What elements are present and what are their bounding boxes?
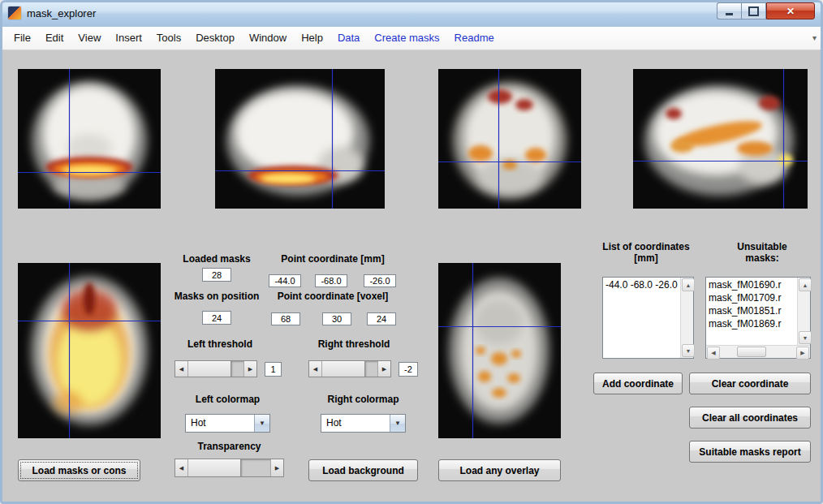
brain-view-axial-middle[interactable] [438, 263, 561, 438]
point-mm-z-field[interactable] [364, 274, 396, 287]
scroll-thumb[interactable] [737, 347, 766, 357]
menu-data[interactable]: Data [330, 27, 367, 50]
scroll-right-icon[interactable]: ▶ [796, 347, 809, 360]
list-item[interactable]: mask_fM01709.r [709, 291, 795, 304]
window-title: mask_explorer [27, 7, 96, 19]
right-threshold-field[interactable] [399, 362, 418, 377]
brain-view-coronal-right[interactable] [438, 69, 581, 209]
clear-all-coordinates-button[interactable]: Clear all coordinates [689, 407, 811, 429]
minimize-button[interactable] [717, 2, 741, 19]
slider-thumb[interactable] [322, 361, 365, 377]
right-colormap-select[interactable]: Hot ▼ [321, 414, 406, 433]
point-voxel-y-field[interactable] [322, 312, 351, 325]
left-colormap-select[interactable]: Hot ▼ [185, 414, 270, 433]
menu-create-masks[interactable]: Create masks [367, 27, 446, 50]
point-voxel-x-field[interactable] [271, 312, 300, 325]
coordinates-list-label-line2: [mm] [634, 252, 657, 264]
chevron-down-icon[interactable]: ▼ [390, 415, 405, 432]
unsuitable-masks-label-line1: Unsuitable [737, 241, 786, 252]
coordinates-list-items: -44.0 -68.0 -26.0 [603, 278, 680, 358]
slider-left-arrow-icon[interactable]: ◀ [175, 361, 188, 377]
point-mm-y-field[interactable] [315, 274, 347, 287]
menu-window[interactable]: Window [242, 27, 294, 50]
titlebar[interactable]: mask_explorer ✕ [0, 0, 823, 28]
menubar-overflow-icon[interactable]: ▾ [812, 33, 817, 42]
load-masks-button[interactable]: Load masks or cons [18, 459, 140, 481]
add-coordinate-button[interactable]: Add coordinate [593, 373, 683, 394]
slider-track[interactable] [365, 361, 377, 377]
menu-desktop[interactable]: Desktop [188, 27, 242, 50]
slider-right-arrow-icon[interactable]: ▶ [377, 361, 390, 377]
slider-right-arrow-icon[interactable]: ▶ [270, 459, 283, 476]
horizontal-scrollbar[interactable]: ◀ ▶ [706, 345, 810, 358]
left-threshold-field[interactable] [265, 362, 282, 377]
scroll-up-icon[interactable]: ▲ [799, 278, 812, 291]
list-item[interactable]: mask_fM01851.r [709, 304, 795, 317]
menu-view[interactable]: View [71, 27, 108, 50]
menu-file[interactable]: File [6, 27, 38, 50]
slider-right-arrow-icon[interactable]: ▶ [243, 361, 256, 377]
unsuitable-masks-label: Unsuitable masks: [714, 241, 810, 264]
slider-left-arrow-icon[interactable]: ◀ [309, 361, 322, 377]
scroll-track[interactable] [766, 346, 796, 358]
menu-insert[interactable]: Insert [108, 27, 149, 50]
point-voxel-z-field[interactable] [367, 312, 396, 325]
list-item[interactable]: mask_fM01690.r [709, 278, 795, 291]
scroll-left-icon[interactable]: ◀ [707, 347, 720, 360]
right-threshold-slider[interactable]: ◀ ▶ [308, 360, 391, 377]
transparency-label: Transparency [175, 441, 284, 452]
menubar: File Edit View Insert Tools Desktop Wind… [0, 27, 823, 50]
minimize-icon [726, 13, 733, 15]
transparency-slider[interactable]: ◀ ▶ [175, 459, 284, 477]
scroll-track[interactable] [721, 346, 737, 358]
left-threshold-label: Left threshold [175, 338, 265, 350]
list-item[interactable]: -44.0 -68.0 -26.0 [605, 278, 678, 291]
clear-coordinate-button[interactable]: Clear coordinate [689, 373, 811, 394]
scroll-down-icon[interactable]: ▼ [682, 344, 695, 357]
loaded-masks-label: Loaded masks [168, 253, 265, 265]
point-voxel-label: Point coordinate [voxel] [268, 291, 398, 302]
unsuitable-masks-label-line2: masks: [745, 252, 778, 264]
brain-view-sagittal-right[interactable] [633, 69, 808, 209]
slider-left-arrow-icon[interactable]: ◀ [175, 459, 188, 476]
scroll-down-icon[interactable]: ▼ [799, 331, 812, 344]
coordinates-list-label: List of coordinates [mm] [596, 241, 696, 264]
masks-on-position-field[interactable] [202, 311, 231, 325]
slider-thumb[interactable] [188, 361, 231, 377]
vertical-scrollbar[interactable]: ▲ ▼ [680, 278, 693, 358]
point-mm-x-field[interactable] [269, 274, 301, 287]
coordinates-listbox[interactable]: -44.0 -68.0 -26.0 ▲ ▼ [602, 277, 694, 359]
point-mm-label: Point coordinate [mm] [268, 253, 398, 265]
scroll-up-icon[interactable]: ▲ [682, 278, 695, 291]
maximize-button[interactable] [741, 2, 766, 19]
left-threshold-slider[interactable]: ◀ ▶ [175, 360, 257, 377]
close-icon: ✕ [786, 6, 795, 17]
slider-thumb[interactable] [188, 459, 241, 476]
menu-edit[interactable]: Edit [38, 27, 71, 50]
menu-tools[interactable]: Tools [149, 27, 188, 50]
slider-track[interactable] [231, 361, 243, 377]
load-overlay-button[interactable]: Load any overlay [438, 459, 561, 481]
brain-view-coronal-left[interactable] [18, 69, 161, 209]
list-item[interactable]: mask_fM01869.r [709, 317, 795, 330]
maximize-icon [748, 6, 759, 16]
menu-readme[interactable]: Readme [447, 27, 502, 50]
unsuitable-masks-listbox[interactable]: mask_fM01690.r mask_fM01709.r mask_fM018… [705, 277, 811, 359]
brain-view-axial-left[interactable] [18, 263, 161, 438]
right-threshold-label: Right threshold [308, 338, 399, 350]
mask-explorer-window: mask_explorer ✕ File Edit View Insert To… [0, 0, 823, 504]
caption-buttons: ✕ [717, 2, 815, 19]
suitable-masks-report-button[interactable]: Suitable masks report [689, 441, 811, 463]
loaded-masks-field[interactable] [202, 268, 231, 282]
left-colormap-value: Hot [186, 415, 254, 432]
chevron-down-icon[interactable]: ▼ [254, 415, 269, 432]
close-button[interactable]: ✕ [766, 2, 815, 19]
load-background-button[interactable]: Load background [308, 459, 418, 481]
vertical-scrollbar[interactable]: ▲ ▼ [797, 278, 810, 345]
right-colormap-label: Right colormap [321, 394, 406, 405]
menu-help[interactable]: Help [294, 27, 330, 50]
slider-track[interactable] [241, 459, 270, 476]
brain-view-sagittal-left[interactable] [215, 69, 385, 209]
masks-on-position-label: Masks on position [168, 291, 265, 302]
left-colormap-label: Left colormap [185, 394, 270, 405]
